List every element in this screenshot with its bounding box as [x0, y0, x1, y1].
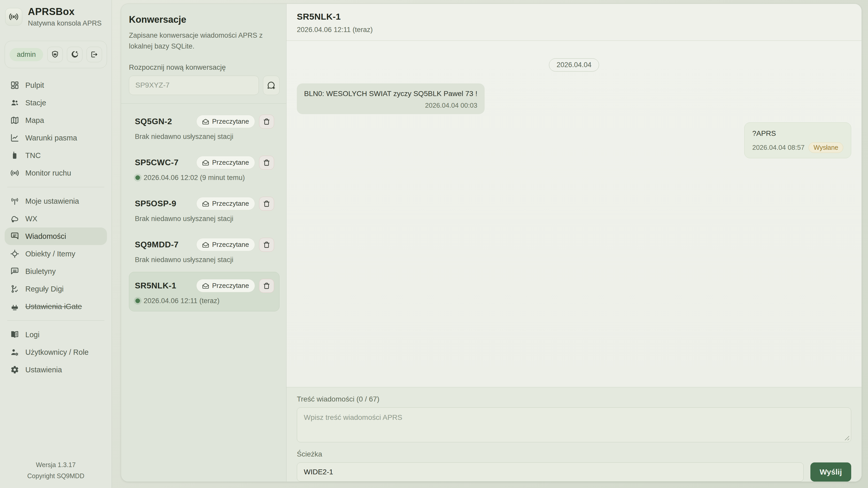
- sidebar-item-label: Pulpit: [25, 81, 44, 90]
- admin-shield-button[interactable]: [47, 47, 63, 62]
- chat-header: SR5NLK-1 2026.04.06 12:11 (teraz): [286, 4, 862, 41]
- online-dot: [135, 175, 140, 180]
- read-badge: Przeczytane: [196, 115, 255, 128]
- sidebar-item-label: Ustawienia iGate: [25, 302, 82, 311]
- user-box: admin: [5, 41, 107, 68]
- conversation-status: 2026.04.06 12:02 (9 minut temu): [135, 174, 274, 182]
- conversation-status: Brak niedawno usłyszanej stacji: [135, 133, 274, 141]
- incoming-message-bubble: BLN0: WESOLYCH SWIAT zyczy SQ5BLK Pawel …: [297, 84, 485, 114]
- message-history[interactable]: 2026.04.04 BLN0: WESOLYCH SWIAT zyczy SQ…: [286, 41, 862, 387]
- message-square-icon: [10, 232, 19, 241]
- conversation-item-selected[interactable]: SR5NLK-1 Przeczytane 2026.04.06 12:11 (t…: [129, 272, 280, 312]
- conversations-panel: Konwersacje Zapisane konwersacje wiadomo…: [121, 4, 286, 482]
- sidebar-item-label: Logi: [25, 330, 39, 339]
- sent-status-badge: Wysłane: [809, 142, 843, 153]
- logout-button[interactable]: [87, 47, 102, 62]
- theme-toggle-button[interactable]: [67, 47, 83, 62]
- sidebar-nav: Pulpit Stacje Mapa Warunki pasma TNC Mon…: [5, 76, 107, 379]
- new-conversation-input[interactable]: [129, 76, 259, 95]
- shield-crown-icon: [51, 51, 59, 59]
- sidebar-item-label: Obiekty / Itemy: [25, 250, 75, 258]
- conversation-list: SQ5GN-2 Przeczytane Brak niedawno usłysz…: [129, 105, 280, 313]
- book-open-icon: [10, 330, 19, 339]
- delete-conversation-button[interactable]: [259, 156, 274, 170]
- conversation-item[interactable]: SQ9MDD-7 Przeczytane Brak niedawno usłys…: [129, 231, 280, 270]
- conversations-description: Zapisane konwersacje wiadomości APRS z l…: [129, 30, 280, 52]
- path-input[interactable]: [297, 462, 804, 482]
- app-subtitle: Natywna konsola APRS: [28, 20, 101, 27]
- sidebar-item-label: Monitor ruchu: [25, 169, 71, 177]
- cloud-snow-icon: [10, 214, 19, 223]
- message-text: ?APRS: [752, 129, 843, 138]
- sidebar-item-wx[interactable]: WX: [5, 210, 107, 227]
- delete-conversation-button[interactable]: [259, 197, 274, 211]
- message-plus-icon: [267, 81, 276, 90]
- sidebar-item-moje-ustawienia[interactable]: Moje ustawienia: [5, 192, 107, 210]
- delete-conversation-button[interactable]: [259, 238, 274, 252]
- conversation-callsign: SP5OSP-9: [135, 199, 192, 208]
- mail-open-icon: [202, 241, 209, 248]
- sidebar-item-label: Stacje: [25, 99, 46, 107]
- server-icon: [10, 302, 19, 311]
- sidebar-item-label: Biuletyny: [25, 267, 56, 276]
- conversation-callsign: SR5NLK-1: [135, 281, 192, 291]
- mail-open-icon: [202, 200, 209, 207]
- sidebar-item-tnc[interactable]: TNC: [5, 147, 107, 164]
- delete-conversation-button[interactable]: [259, 279, 274, 293]
- trash-icon: [263, 159, 270, 166]
- sidebar-item-stacje[interactable]: Stacje: [5, 94, 107, 111]
- sidebar-item-warunki-pasma[interactable]: Warunki pasma: [5, 129, 107, 147]
- sidebar-item-obiekty-itemy[interactable]: Obiekty / Itemy: [5, 245, 107, 263]
- divider: [7, 320, 104, 321]
- sidebar-item-monitor-ruchu[interactable]: Monitor ruchu: [5, 164, 107, 182]
- sidebar-item-ustawienia-igate[interactable]: Ustawienia iGate: [5, 298, 107, 315]
- copyright-text: Copyright SQ9MDD: [5, 470, 107, 482]
- app-title: APRSBox: [28, 6, 101, 17]
- conversation-item[interactable]: SP5CWC-7 Przeczytane 2026.04.06 12:02 (9…: [129, 149, 280, 188]
- conversation-item[interactable]: SP5OSP-9 Przeczytane Brak niedawno usłys…: [129, 190, 280, 229]
- conversation-status: 2026.04.06 12:11 (teraz): [135, 297, 274, 305]
- conversation-callsign: SQ9MDD-7: [135, 240, 192, 250]
- send-button[interactable]: Wyślij: [810, 462, 851, 482]
- new-conversation-button[interactable]: [263, 76, 280, 95]
- new-conversation-label: Rozpocznij nową konwersację: [129, 63, 280, 71]
- sidebar-item-logi[interactable]: Logi: [5, 326, 107, 344]
- message-textarea[interactable]: [297, 408, 851, 442]
- outgoing-message-bubble: ?APRS 2026.04.04 08:57 Wysłane: [744, 122, 851, 158]
- sidebar-item-mapa[interactable]: Mapa: [5, 111, 107, 129]
- chat-title: SR5NLK-1: [297, 11, 851, 22]
- radio-icon: [9, 12, 19, 22]
- path-label: Ścieżka: [297, 450, 851, 458]
- sidebar-item-wiadomosci[interactable]: Wiadomości: [5, 227, 107, 245]
- version-text: Wersja 1.3.17: [5, 459, 107, 471]
- sidebar-item-reguly-digi[interactable]: Reguły Digi: [5, 280, 107, 298]
- read-badge: Przeczytane: [196, 156, 255, 169]
- sidebar-item-label: TNC: [25, 151, 41, 160]
- sidebar-item-ustawienia[interactable]: Ustawienia: [5, 361, 107, 379]
- role-badge: admin: [9, 48, 43, 61]
- aprsbox-app: APRSBox Natywna konsola APRS admin Pulpi…: [0, 0, 868, 488]
- chart-line-icon: [10, 133, 19, 142]
- sidebar-item-pulpit[interactable]: Pulpit: [5, 76, 107, 94]
- mail-open-icon: [202, 159, 209, 166]
- locate-icon: [10, 250, 19, 258]
- gear-icon: [10, 365, 19, 374]
- sidebar-item-label: Reguły Digi: [25, 285, 64, 293]
- conversation-callsign: SP5CWC-7: [135, 158, 192, 167]
- read-badge: Przeczytane: [196, 238, 255, 251]
- user-cog-icon: [10, 348, 19, 357]
- walkie-talkie-icon: [10, 151, 19, 160]
- sidebar-item-label: Ustawienia: [25, 366, 62, 374]
- radio-icon: [10, 169, 19, 177]
- mail-open-icon: [202, 118, 209, 125]
- compose-area: Treść wiadomości (0 / 67) Ścieżka Wyślij: [286, 387, 862, 482]
- conversation-status: Brak niedawno usłyszanej stacji: [135, 215, 274, 223]
- delete-conversation-button[interactable]: [259, 115, 274, 129]
- trash-icon: [263, 282, 270, 289]
- sidebar-item-label: WX: [25, 215, 37, 223]
- users-icon: [10, 98, 19, 107]
- sidebar-item-biuletyny[interactable]: Biuletyny: [5, 263, 107, 280]
- sidebar-item-uzytkownicy-role[interactable]: Użytkownicy / Role: [5, 344, 107, 361]
- trash-icon: [263, 241, 270, 249]
- conversation-item[interactable]: SQ5GN-2 Przeczytane Brak niedawno usłysz…: [129, 108, 280, 147]
